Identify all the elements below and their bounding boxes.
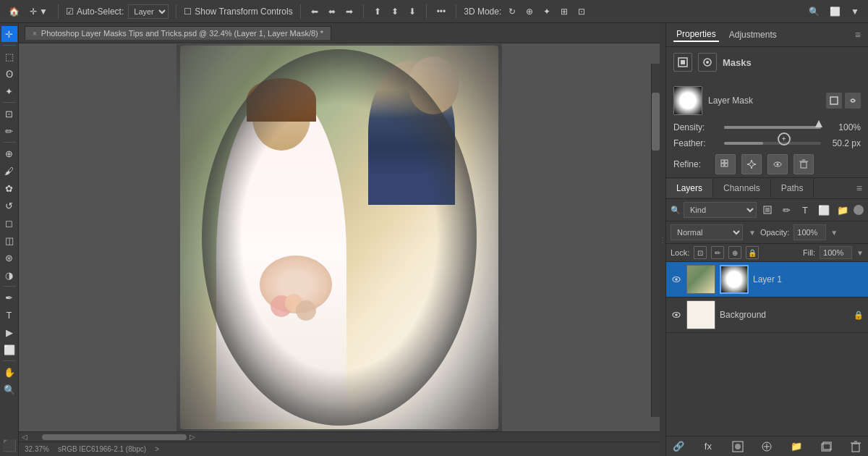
- link-layers-button[interactable]: 🔗: [671, 439, 686, 455]
- type-tool-button[interactable]: T: [1, 307, 17, 323]
- workspace-arrow-button[interactable]: ▼: [848, 5, 862, 18]
- add-adjustment-button[interactable]: [759, 439, 775, 455]
- lock-artboard-button[interactable]: ⊕: [728, 246, 741, 259]
- tab-layers[interactable]: Layers: [666, 179, 713, 198]
- layer1-visibility-button[interactable]: [671, 274, 682, 285]
- horizontal-scroll-thumb[interactable]: [42, 434, 187, 440]
- filter-kind-select[interactable]: Kind: [684, 202, 757, 218]
- 3d-scale-button[interactable]: ⊡: [575, 5, 588, 18]
- filter-smart-button[interactable]: 📁: [835, 202, 851, 218]
- mask-apply-button[interactable]: [826, 93, 842, 109]
- panel-collapse-handle[interactable]: [660, 23, 665, 456]
- workspace-button[interactable]: ⬜: [827, 5, 843, 18]
- align-right-button[interactable]: ➡: [343, 5, 356, 18]
- transform-controls-checkbox[interactable]: ☐ Show Transform Controls: [184, 7, 292, 17]
- foreground-color-button[interactable]: ⬛: [1, 437, 17, 453]
- feather-label: Feather:: [673, 138, 724, 148]
- vertical-scroll-thumb[interactable]: [652, 93, 660, 151]
- marquee-tool-button[interactable]: ⬚: [1, 48, 17, 64]
- align-bottom-button[interactable]: ⬇: [406, 5, 419, 18]
- align-center-h-button[interactable]: ⬌: [326, 5, 339, 18]
- horizontal-scrollbar[interactable]: ◁ ▷: [19, 431, 660, 442]
- tab-close-button[interactable]: ×: [33, 30, 37, 38]
- tab-paths[interactable]: Paths: [771, 179, 814, 198]
- canvas-content[interactable]: [19, 43, 660, 431]
- density-slider-fill: [724, 126, 821, 129]
- masks-icons-row: Masks: [673, 53, 861, 72]
- svg-marker-9: [747, 160, 756, 169]
- delete-layer-button[interactable]: [848, 439, 864, 455]
- 3d-pan-button[interactable]: ✦: [540, 5, 553, 18]
- align-top-button[interactable]: ⬆: [371, 5, 384, 18]
- properties-collapse-button[interactable]: ≡: [855, 29, 861, 41]
- layer-effects-button[interactable]: fx: [700, 439, 716, 455]
- blur-tool-button[interactable]: ⊛: [1, 250, 17, 266]
- svg-point-11: [777, 164, 779, 166]
- lock-position-button[interactable]: ✏: [711, 246, 724, 259]
- new-layer-button[interactable]: [818, 439, 834, 455]
- more-options-button[interactable]: •••: [434, 5, 449, 18]
- filter-type-button[interactable]: T: [797, 202, 813, 218]
- align-left-button[interactable]: ⬅: [308, 5, 321, 18]
- shape-tool-button[interactable]: ⬜: [1, 342, 17, 358]
- opacity-label: Opacity:: [760, 228, 789, 237]
- quick-select-tool-button[interactable]: ✦: [1, 83, 17, 99]
- align-center-v-button[interactable]: ⬍: [388, 5, 401, 18]
- feather-slider-container[interactable]: +: [724, 138, 821, 148]
- healing-tool-button[interactable]: ⊕: [1, 145, 17, 161]
- 3d-rotate-button[interactable]: ↻: [506, 5, 519, 18]
- new-group-button[interactable]: 📁: [788, 439, 804, 455]
- tab-channels[interactable]: Channels: [713, 179, 771, 198]
- tab-adjustments[interactable]: Adjustments: [726, 28, 780, 41]
- 3d-slide-button[interactable]: ⊞: [558, 5, 571, 18]
- density-slider-container[interactable]: [724, 122, 821, 132]
- filter-toggle-button[interactable]: [854, 205, 864, 215]
- lock-pixels-button[interactable]: ⊡: [694, 246, 707, 259]
- layers-menu-button[interactable]: ≡: [851, 178, 868, 198]
- filter-shape-button[interactable]: ⬜: [816, 202, 832, 218]
- blend-mode-select[interactable]: Normal: [671, 224, 743, 240]
- background-visibility-button[interactable]: [671, 309, 682, 321]
- auto-select-dropdown[interactable]: Layer: [128, 4, 169, 19]
- lock-all-button[interactable]: 🔒: [746, 246, 759, 259]
- eraser-tool-button[interactable]: ◻: [1, 215, 17, 231]
- document-tab[interactable]: × Photoshop Layer Masks Tips and Tricks.…: [25, 26, 331, 40]
- filter-adjust-button[interactable]: ✏: [778, 202, 794, 218]
- brush-tool-button[interactable]: 🖌: [1, 163, 17, 179]
- gradient-tool-button[interactable]: ◫: [1, 232, 17, 248]
- layer-row-layer1[interactable]: Layer 1: [666, 262, 868, 297]
- tab-properties[interactable]: Properties: [673, 28, 719, 42]
- wedding-photo: [176, 44, 502, 431]
- zoom-tool-button[interactable]: 🔍: [1, 381, 17, 397]
- refine-eye-button[interactable]: [767, 154, 788, 174]
- refine-wand-button[interactable]: [741, 154, 762, 174]
- vertical-scrollbar[interactable]: [651, 64, 660, 417]
- filter-pixel-button[interactable]: [760, 202, 775, 218]
- history-brush-button[interactable]: ↺: [1, 198, 17, 214]
- move-options-button[interactable]: ✛ ▼: [27, 5, 51, 18]
- pixel-mask-button[interactable]: [673, 53, 692, 72]
- vector-mask-button[interactable]: [698, 53, 717, 72]
- hand-tool-button[interactable]: ✋: [1, 364, 17, 380]
- layer-row-background[interactable]: Background 🔒: [666, 297, 868, 333]
- add-mask-button[interactable]: [730, 439, 746, 455]
- dodge-tool-button[interactable]: ◑: [1, 267, 17, 283]
- path-selection-button[interactable]: ▶: [1, 324, 17, 340]
- eyedropper-tool-button[interactable]: ✏: [1, 123, 17, 139]
- opacity-input[interactable]: [793, 224, 826, 240]
- crop-tool-button[interactable]: ⊡: [1, 106, 17, 122]
- clone-tool-button[interactable]: ✿: [1, 180, 17, 196]
- svg-rect-7: [721, 164, 724, 166]
- move-tool-button[interactable]: ✛: [1, 26, 17, 42]
- search-button[interactable]: 🔍: [806, 5, 822, 18]
- pen-tool-button[interactable]: ✒: [1, 290, 17, 305]
- mask-link-button[interactable]: [845, 93, 861, 109]
- layer1-mask-thumbnail[interactable]: [720, 265, 749, 294]
- lasso-tool-button[interactable]: ʘ: [1, 66, 17, 82]
- auto-select-checkbox[interactable]: ☑ Auto-Select:: [66, 7, 124, 17]
- fill-input[interactable]: [820, 246, 852, 259]
- refine-delete-button[interactable]: [793, 154, 814, 174]
- 3d-roll-button[interactable]: ⊕: [523, 5, 536, 18]
- home-button[interactable]: 🏠: [6, 5, 22, 18]
- refine-pixel-button[interactable]: [715, 154, 736, 174]
